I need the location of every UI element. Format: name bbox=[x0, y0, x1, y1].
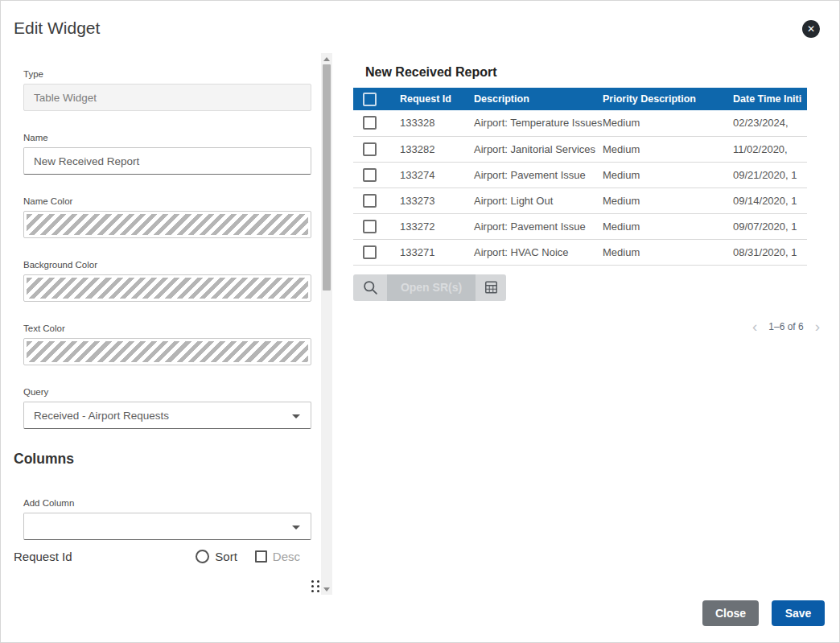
cell-date: 09/14/2020, 1 bbox=[704, 188, 807, 213]
cell-priority: Medium bbox=[593, 162, 704, 188]
row-checkbox[interactable] bbox=[363, 168, 377, 182]
row-checkbox[interactable] bbox=[363, 220, 377, 233]
text-color-field: Text Color bbox=[23, 324, 311, 365]
cell-priority: Medium bbox=[593, 110, 704, 136]
save-button[interactable]: Save bbox=[772, 600, 825, 626]
dialog-title: Edit Widget bbox=[14, 19, 100, 38]
desc-label: Desc bbox=[273, 550, 300, 563]
preview-table: Request Id Description Priority Descript… bbox=[353, 88, 807, 266]
triangle-up-icon bbox=[323, 57, 330, 61]
sort-label: Sort bbox=[215, 550, 237, 563]
cell-description: Airport: Light Out bbox=[464, 188, 593, 213]
search-button[interactable] bbox=[353, 274, 387, 301]
checkbox-icon bbox=[255, 550, 267, 563]
triangle-down-icon bbox=[323, 587, 330, 591]
cell-description: Airport: Pavement Issue bbox=[464, 213, 593, 239]
type-label: Type bbox=[23, 69, 311, 79]
cell-description: Airport: Temperature Issues bbox=[464, 110, 593, 136]
background-color-picker[interactable] bbox=[23, 274, 311, 302]
cell-priority: Medium bbox=[593, 239, 704, 265]
row-checkbox[interactable] bbox=[363, 245, 377, 259]
text-color-label: Text Color bbox=[23, 324, 311, 333]
cell-priority: Medium bbox=[593, 136, 704, 162]
column-settings-button[interactable] bbox=[476, 274, 506, 301]
table-header-row: Request Id Description Priority Descript… bbox=[353, 88, 807, 110]
add-column-label: Add Column bbox=[23, 498, 311, 508]
cell-date: 09/07/2020, 1 bbox=[704, 213, 807, 239]
type-field: Type Table Widget bbox=[23, 69, 311, 111]
cell-priority: Medium bbox=[593, 188, 704, 213]
table-grid-icon bbox=[484, 280, 499, 295]
close-button[interactable]: Close bbox=[702, 600, 759, 626]
stripe-pattern bbox=[27, 341, 308, 362]
cell-date: 09/21/2020, 1 bbox=[704, 162, 807, 188]
column-header-date[interactable]: Date Time Initi bbox=[704, 88, 807, 110]
table-row: 133274 Airport: Pavement Issue Medium 09… bbox=[353, 162, 807, 188]
column-header-description[interactable]: Description bbox=[464, 88, 593, 110]
column-config-row: Request Id Sort Desc bbox=[14, 550, 311, 563]
scroll-up-button[interactable] bbox=[321, 53, 332, 64]
query-label: Query bbox=[23, 387, 311, 397]
stripe-pattern bbox=[27, 278, 308, 299]
scrollbar-thumb[interactable] bbox=[323, 64, 331, 291]
column-header-priority[interactable]: Priority Description bbox=[593, 88, 704, 110]
name-field: Name New Received Report bbox=[23, 133, 311, 175]
table-action-toolbar: Open SR(s) bbox=[353, 274, 506, 301]
close-x-glyph: ✕ bbox=[807, 24, 815, 34]
drag-handle-icon[interactable] bbox=[311, 580, 321, 593]
name-color-label: Name Color bbox=[23, 196, 311, 206]
add-column-field: Add Column bbox=[23, 498, 311, 540]
chevron-down-icon bbox=[292, 526, 300, 530]
scroll-down-button[interactable] bbox=[321, 583, 332, 595]
select-all-checkbox[interactable] bbox=[363, 93, 377, 106]
background-color-label: Background Color bbox=[23, 260, 311, 270]
widget-settings-panel: Type Table Widget Name New Received Repo… bbox=[14, 53, 332, 595]
name-label: Name bbox=[23, 133, 311, 142]
name-color-picker[interactable] bbox=[23, 211, 311, 238]
name-input[interactable]: New Received Report bbox=[23, 147, 311, 175]
row-checkbox[interactable] bbox=[363, 116, 377, 130]
cell-request-id: 133273 bbox=[390, 188, 464, 213]
cell-description: Airport: Pavement Issue bbox=[464, 162, 593, 188]
column-name: Request Id bbox=[14, 550, 72, 563]
preview-widget-title: New Received Report bbox=[365, 65, 807, 80]
name-color-field: Name Color bbox=[23, 196, 311, 238]
cell-request-id: 133328 bbox=[390, 110, 464, 136]
chevron-down-icon bbox=[292, 414, 300, 418]
cell-request-id: 133272 bbox=[390, 213, 464, 239]
pagination-range: 1–6 of 6 bbox=[768, 321, 803, 332]
preview-table-container: Request Id Description Priority Descript… bbox=[353, 88, 807, 266]
cell-priority: Medium bbox=[593, 213, 704, 239]
type-input: Table Widget bbox=[23, 84, 311, 111]
next-page-icon[interactable]: › bbox=[815, 319, 820, 334]
query-field: Query Received - Airport Requests bbox=[23, 387, 311, 429]
open-srs-button[interactable]: Open SR(s) bbox=[387, 274, 476, 301]
cell-date: 08/31/2020, 1 bbox=[704, 239, 807, 265]
desc-checkbox[interactable]: Desc bbox=[255, 550, 300, 563]
column-header-request-id[interactable]: Request Id bbox=[390, 88, 464, 110]
cell-description: Airport: Janitorial Services bbox=[464, 136, 593, 162]
table-row: 133272 Airport: Pavement Issue Medium 09… bbox=[353, 213, 807, 239]
table-row: 133282 Airport: Janitorial Services Medi… bbox=[353, 136, 807, 162]
panel-scrollbar bbox=[321, 53, 332, 595]
row-checkbox[interactable] bbox=[363, 194, 377, 208]
add-column-select[interactable] bbox=[23, 513, 311, 540]
close-icon[interactable]: ✕ bbox=[802, 20, 820, 38]
previous-page-icon[interactable]: ‹ bbox=[752, 319, 757, 334]
cell-description: Airport: HVAC Noice bbox=[464, 239, 593, 265]
cell-date: 02/23/2024, bbox=[704, 110, 807, 136]
cell-date: 11/02/2020, bbox=[704, 136, 807, 162]
cell-request-id: 133274 bbox=[390, 162, 464, 188]
cell-request-id: 133282 bbox=[390, 136, 464, 162]
row-checkbox[interactable] bbox=[363, 142, 377, 156]
table-row: 133273 Airport: Light Out Medium 09/14/2… bbox=[353, 188, 807, 213]
query-select[interactable]: Received - Airport Requests bbox=[23, 402, 311, 429]
text-color-picker[interactable] bbox=[23, 338, 311, 365]
stripe-pattern bbox=[27, 214, 308, 235]
table-row: 133271 Airport: HVAC Noice Medium 08/31/… bbox=[353, 239, 807, 265]
sort-radio[interactable]: Sort bbox=[196, 550, 237, 563]
radio-icon bbox=[196, 550, 209, 563]
search-icon bbox=[362, 279, 379, 296]
background-color-field: Background Color bbox=[23, 260, 311, 302]
columns-section-heading: Columns bbox=[14, 451, 311, 468]
